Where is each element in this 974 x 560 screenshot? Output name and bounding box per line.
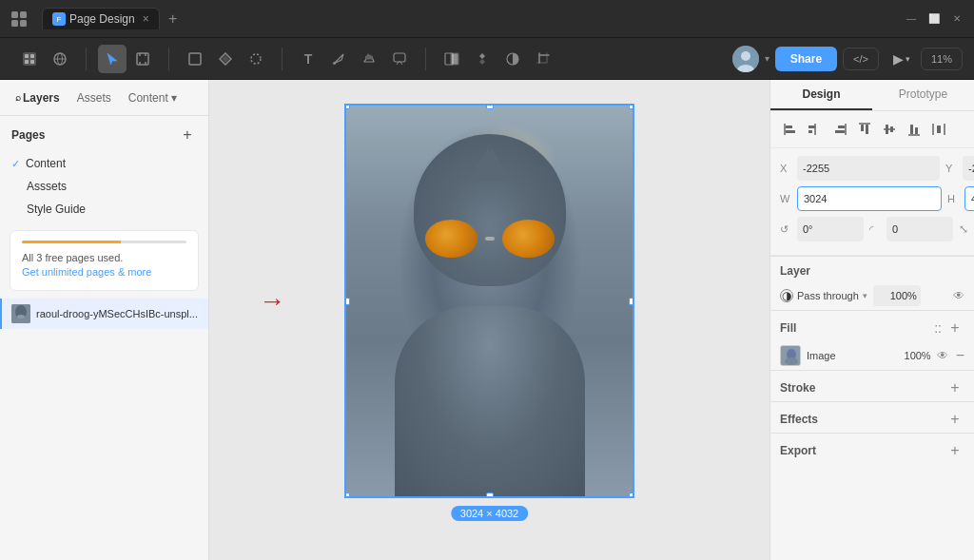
fill-header: Fill :: + [770, 311, 974, 341]
w-input[interactable] [797, 186, 942, 211]
home-button[interactable] [15, 45, 44, 73]
promo-link[interactable]: Get unlimited pages & more [22, 266, 151, 278]
align-bottom[interactable] [904, 119, 925, 140]
fill-visibility-icon[interactable]: 👁 [937, 349, 948, 362]
new-tab-button[interactable]: + [162, 8, 185, 30]
page-item-content[interactable]: ✓ Content [0, 152, 208, 175]
stroke-add-button[interactable]: + [945, 378, 964, 397]
avatar-dropdown[interactable]: ▾ [765, 53, 769, 64]
expand-icon[interactable]: ⤡ [959, 222, 968, 236]
tab-title: Page Design [69, 12, 135, 26]
crop-action[interactable] [529, 45, 557, 73]
tab-bar: F Page Design × + — ⬜ ✕ [0, 0, 974, 38]
corner-input[interactable] [886, 217, 953, 241]
tab-layers[interactable]: ⌕ Layers [8, 87, 68, 108]
window-controls: — ⬜ ✕ [902, 10, 966, 29]
fill-add-button[interactable]: + [945, 319, 964, 338]
svg-point-29 [17, 315, 25, 319]
align-row [770, 111, 974, 148]
opacity-input[interactable] [873, 285, 921, 306]
page-item-asssets[interactable]: Asssets [0, 175, 208, 198]
position-row: X Y [780, 156, 964, 181]
resize-handle-tr[interactable] [629, 104, 634, 109]
mask-action[interactable] [438, 45, 466, 73]
pages-title: Pages [11, 128, 45, 142]
distribute-h[interactable] [928, 119, 949, 140]
svg-point-25 [741, 51, 750, 61]
frame-tool[interactable] [128, 45, 157, 73]
tab-assets[interactable]: Assets [69, 87, 119, 108]
canvas-area[interactable]: ↓ → [209, 80, 769, 560]
y-input[interactable] [963, 156, 974, 181]
active-tab[interactable]: F Page Design × [42, 8, 160, 29]
right-panel: Design Prototype [769, 80, 974, 560]
fill-remove-button[interactable]: − [956, 347, 964, 364]
globe-button[interactable] [46, 45, 74, 73]
component-action[interactable] [468, 45, 497, 73]
layer-thumbnail [11, 304, 30, 323]
svg-rect-50 [937, 126, 941, 133]
layer-item[interactable]: raoul-droog-yMSecCHsIBc-unspl... [0, 299, 208, 329]
text-tool[interactable]: T [294, 45, 322, 73]
svg-rect-34 [808, 126, 815, 128]
comment-tool[interactable] [385, 45, 414, 73]
tab-favicon: F [52, 12, 66, 26]
close-button[interactable]: ✕ [947, 10, 966, 29]
user-avatar[interactable] [732, 46, 759, 72]
contrast-action[interactable] [498, 45, 527, 73]
toolbar-sep-2 [168, 48, 169, 70]
align-top[interactable] [854, 119, 875, 140]
x-input[interactable] [797, 156, 940, 181]
resize-handle-tm[interactable] [486, 104, 494, 109]
fill-thumbnail[interactable] [780, 345, 801, 366]
align-right[interactable] [829, 119, 850, 140]
tab-design[interactable]: Design [770, 80, 872, 110]
tab-content[interactable]: Content ▾ [121, 87, 185, 108]
component-tool[interactable] [211, 45, 240, 73]
align-center-v[interactable] [879, 119, 900, 140]
svg-rect-35 [808, 130, 812, 133]
fill-grid-icon[interactable]: :: [934, 320, 942, 336]
align-left[interactable] [780, 119, 801, 140]
cursor-tool[interactable] [98, 45, 127, 73]
mask-tool[interactable] [242, 45, 270, 73]
rotation-input[interactable] [797, 217, 864, 241]
zoom-level[interactable]: 11% [921, 48, 963, 70]
tab-close-icon[interactable]: × [143, 12, 149, 26]
canvas-image[interactable] [344, 104, 634, 498]
share-button[interactable]: Share [775, 47, 837, 71]
tab-prototype[interactable]: Prototype [872, 80, 974, 110]
rect-tool[interactable] [181, 45, 209, 73]
page-item-style-guide[interactable]: Style Guide [0, 198, 208, 221]
minimize-button[interactable]: — [902, 10, 921, 29]
fill-row: Image 100% 👁 − [770, 341, 974, 370]
add-page-button[interactable]: + [178, 126, 197, 145]
export-add-button[interactable]: + [945, 441, 964, 460]
resize-handle-ml[interactable] [344, 298, 350, 305]
resize-handle-mr[interactable] [629, 298, 634, 305]
layer-visibility-icon[interactable]: 👁 [953, 289, 964, 302]
svg-rect-43 [886, 125, 888, 134]
cat-ear-right [467, 148, 509, 182]
h-input[interactable] [964, 186, 974, 211]
pen-tool[interactable] [324, 45, 353, 73]
maximize-button[interactable]: ⬜ [925, 10, 944, 29]
fill-title: Fill [780, 321, 796, 335]
effects-add-button[interactable]: + [945, 410, 964, 429]
resize-handle-tl[interactable] [344, 104, 350, 109]
hand-tool[interactable] [355, 45, 383, 73]
svg-rect-8 [30, 60, 34, 64]
code-button[interactable]: </> [843, 48, 879, 70]
fill-opacity: 100% [898, 350, 931, 361]
align-center-h[interactable] [805, 119, 826, 140]
layer-header: Layer [770, 257, 974, 281]
play-button[interactable]: ▶ ▾ [888, 47, 915, 71]
x-label: X [780, 163, 793, 174]
resize-handle-br[interactable] [629, 492, 634, 498]
y-label: Y [945, 163, 959, 174]
resize-handle-bm[interactable] [486, 492, 494, 498]
resize-handle-bl[interactable] [344, 492, 350, 498]
app-icon[interactable] [8, 8, 30, 30]
blend-mode-selector[interactable]: ◑ Pass through ▾ [780, 289, 867, 302]
fill-header-actions: :: + [934, 319, 964, 338]
